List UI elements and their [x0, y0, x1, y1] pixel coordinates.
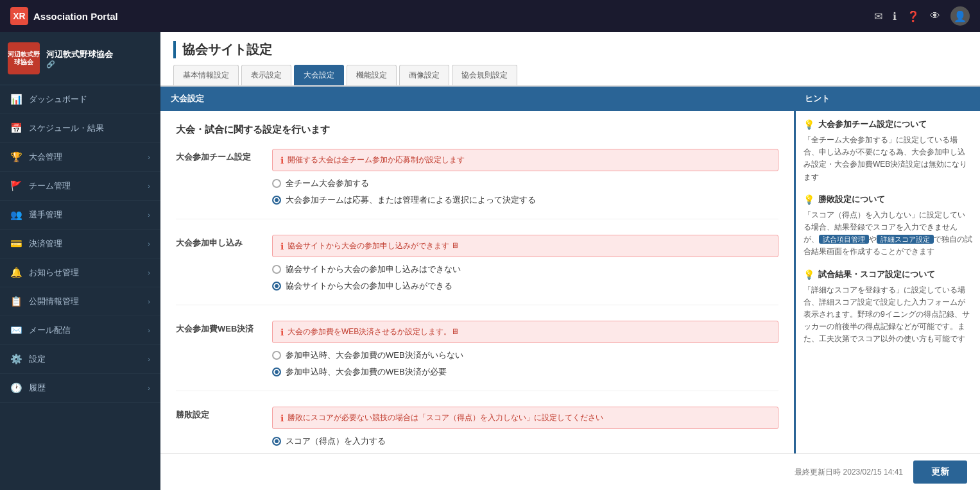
setting-options-entry: ℹ 協会サイトから大会の参加申し込みができます 🖥 協会サイトから大会の参加申し… — [272, 235, 778, 292]
hint-section-label-team: 大会参加チーム設定について — [818, 119, 927, 130]
radio-group-entry: 協会サイトから大会の参加申し込みはできない 協会サイトから大会の参加申し込みがで… — [272, 264, 778, 292]
radio-circle-team-app — [272, 196, 281, 205]
radio-entry-yes[interactable]: 協会サイトから大会の参加申し込みができる — [272, 280, 778, 292]
alert-entry: ℹ 協会サイトから大会の参加申し込みができます 🖥 — [272, 235, 778, 257]
sidebar-item-dashboard[interactable]: 📊 ダッシュボード — [0, 85, 160, 114]
bulb-icon-team: 💡 — [804, 119, 814, 130]
alert-text-win-loss: 勝敗にスコアが必要ない競技の場合は「スコア（得点）を入力しない」に設定してくださ… — [288, 412, 603, 423]
sidebar-label-mail: メール配信 — [29, 325, 71, 336]
radio-entry-no[interactable]: 協会サイトから大会の参加申し込みはできない — [272, 264, 778, 275]
alert-text-entry: 協会サイトから大会の参加申し込みができます 🖥 — [288, 241, 459, 251]
hint-section-score: 💡 勝敗設定について 「スコア（得点）を入力しない」に設定している場合、結果登録… — [804, 194, 972, 258]
sidebar-item-player[interactable]: 👥 選手管理 › — [0, 201, 160, 230]
sidebar-label-notice: お知らせ管理 — [29, 267, 79, 278]
eye-icon[interactable]: 👁 — [930, 10, 940, 22]
radio-label-entry-yes: 協会サイトから大会の参加申し込みができる — [286, 280, 452, 292]
sidebar-item-mail[interactable]: ✉️ メール配信 › — [0, 316, 160, 345]
tab-display-settings[interactable]: 表示設定 — [241, 65, 291, 85]
section-subtitle: 大会・試合に関する設定を行います — [176, 124, 778, 136]
page-title: 協会サイト設定 — [173, 41, 967, 58]
tab-basic-info[interactable]: 基本情報設定 — [173, 65, 239, 85]
hint-title-score: 💡 勝敗設定について — [804, 194, 972, 205]
dashboard-icon: 📊 — [10, 94, 22, 105]
hint-text-result: 「詳細なスコアを登録する」に設定している場合、詳細スコア設定で設定した入力フォー… — [804, 284, 972, 346]
org-link[interactable]: 🔗 — [46, 60, 113, 69]
arrow-icon-history: › — [148, 384, 150, 392]
alert-text-team: 開催する大会は全チーム参加か応募制が設定します — [288, 155, 465, 165]
sidebar-label-public: 公開情報管理 — [29, 296, 79, 307]
hint-body: 💡 大会参加チーム設定について 「全チーム大会参加する」に設定している場合、申し… — [796, 111, 980, 363]
sidebar-item-public[interactable]: 📋 公開情報管理 › — [0, 287, 160, 316]
main-content: 協会サイト設定 基本情報設定 表示設定 大会設定 機能設定 画像設定 協会規則設… — [160, 32, 980, 490]
hint-section-team: 💡 大会参加チーム設定について 「全チーム大会参加する」に設定している場合、申し… — [804, 119, 972, 183]
update-button[interactable]: 更新 — [913, 460, 967, 484]
arrow-icon-payment: › — [148, 240, 150, 248]
hint-badge-detail-score[interactable]: 詳細スコア設定 — [877, 235, 934, 244]
tab-bar: 基本情報設定 表示設定 大会設定 機能設定 画像設定 協会規則設定 — [173, 65, 967, 85]
timestamp-label: 最終更新日時 — [795, 468, 841, 477]
radio-label-payment-no: 参加申込時、大会参加費のWEB決済がいらない — [286, 350, 463, 361]
tab-tournament-settings[interactable]: 大会設定 — [294, 65, 344, 85]
tab-rules-settings[interactable]: 協会規則設定 — [452, 65, 517, 85]
setting-label-entry: 大会参加申し込み — [176, 235, 259, 292]
radio-team-application[interactable]: 大会参加チームは応募、または管理者による選択によって決定する — [272, 194, 778, 206]
arrow-icon-mail: › — [148, 326, 150, 334]
help-icon[interactable]: ❓ — [907, 10, 920, 22]
setting-win-loss: 勝敗設定 ℹ 勝敗にスコアが必要ない競技の場合は「スコア（得点）を入力しない」に… — [176, 407, 778, 453]
hint-text-team: 「全チーム大会参加する」に設定している場合、申し込みが不要になる為、大会参加申し… — [804, 134, 972, 183]
hint-text-middle: や — [869, 235, 877, 244]
sidebar-label-dashboard: ダッシュボード — [29, 94, 87, 105]
radio-group-team: 全チーム大会参加する 大会参加チームは応募、または管理者による選択によって決定す… — [272, 178, 778, 206]
mail-icon[interactable]: ✉ — [874, 10, 882, 22]
sidebar-item-payment[interactable]: 💳 決済管理 › — [0, 230, 160, 258]
sidebar-item-notice[interactable]: 🔔 お知らせ管理 › — [0, 258, 160, 287]
info-icon[interactable]: ℹ — [893, 10, 897, 22]
org-logo: 河辺軟式野球協会 — [8, 42, 40, 74]
alert-icon-team: ℹ — [280, 155, 284, 165]
sidebar-label-settings: 設定 — [29, 353, 46, 365]
radio-team-all[interactable]: 全チーム大会参加する — [272, 178, 778, 189]
radio-circle-payment-yes — [272, 368, 281, 376]
team-icon: 🚩 — [10, 180, 22, 192]
sidebar-label-history: 履歴 — [29, 382, 46, 394]
setting-team-participation: 大会参加チーム設定 ℹ 開催する大会は全チーム参加か応募制が設定します 全チーム… — [176, 149, 778, 219]
radio-payment-yes[interactable]: 参加申込時、大会参加費のWEB決済が必要 — [272, 366, 778, 378]
arrow-icon-notice: › — [148, 269, 150, 276]
hint-section-result: 💡 試合結果・スコア設定について 「詳細なスコアを登録する」に設定している場合、… — [804, 269, 972, 346]
setting-options-team: ℹ 開催する大会は全チーム参加か応募制が設定します 全チーム大会参加する — [272, 149, 778, 206]
radio-circle-entry-no — [272, 265, 281, 274]
sidebar-item-settings[interactable]: ⚙️ 設定 › — [0, 345, 160, 374]
radio-group-web-payment: 参加申込時、大会参加費のWEB決済がいらない 参加申込時、大会参加費のWEB決済… — [272, 350, 778, 378]
setting-label-web-payment: 大会参加費WEB決済 — [176, 321, 259, 378]
radio-circle-payment-no — [272, 351, 281, 360]
settings-main: 大会設定 大会・試合に関する設定を行います 大会参加チーム設定 ℹ 開催する大会… — [160, 87, 794, 453]
sidebar-label-tournament: 大会管理 — [29, 151, 62, 163]
alert-win-loss: ℹ 勝敗にスコアが必要ない競技の場合は「スコア（得点）を入力しない」に設定してく… — [272, 407, 778, 429]
user-avatar[interactable]: 👤 — [950, 6, 970, 26]
tab-image-settings[interactable]: 画像設定 — [399, 65, 449, 85]
hint-header: ヒント — [796, 87, 980, 111]
sidebar-item-tournament[interactable]: 🏆 大会管理 › — [0, 143, 160, 172]
sidebar-item-schedule[interactable]: 📅 スケジュール・結果 — [0, 114, 160, 143]
alert-web-payment: ℹ 大会の参加費をWEB決済させるか設定します。🖥 — [272, 321, 778, 343]
sidebar-item-team[interactable]: 🚩 チーム管理 › — [0, 172, 160, 201]
section-header: 大会設定 — [160, 87, 794, 111]
radio-label-payment-yes: 参加申込時、大会参加費のWEB決済が必要 — [286, 366, 447, 378]
arrow-icon-settings: › — [148, 355, 150, 363]
hint-title-result: 💡 試合結果・スコア設定について — [804, 269, 972, 280]
radio-label-team-all: 全チーム大会参加する — [286, 178, 369, 189]
topbar-actions: ✉ ℹ ❓ 👁 👤 — [874, 6, 970, 26]
radio-score-yes[interactable]: スコア（得点）を入力する — [272, 435, 778, 447]
hint-badge-match-item[interactable]: 試合項目管理 — [819, 235, 869, 244]
tab-feature-settings[interactable]: 機能設定 — [347, 65, 397, 85]
footer-timestamp: 最終更新日時 2023/02/15 14:41 — [795, 467, 903, 478]
footer: 最終更新日時 2023/02/15 14:41 更新 — [160, 453, 980, 490]
app-logo: XR Association Portal — [10, 7, 118, 25]
radio-circle-entry-yes — [272, 282, 281, 291]
topbar: XR Association Portal ✉ ℹ ❓ 👁 👤 — [0, 0, 980, 32]
payment-icon: 💳 — [10, 238, 22, 249]
radio-circle-score-yes — [272, 437, 281, 446]
sidebar-item-history[interactable]: 🕐 履歴 › — [0, 374, 160, 403]
main-header: 協会サイト設定 基本情報設定 表示設定 大会設定 機能設定 画像設定 協会規則設… — [160, 32, 980, 87]
radio-payment-no[interactable]: 参加申込時、大会参加費のWEB決済がいらない — [272, 350, 778, 361]
